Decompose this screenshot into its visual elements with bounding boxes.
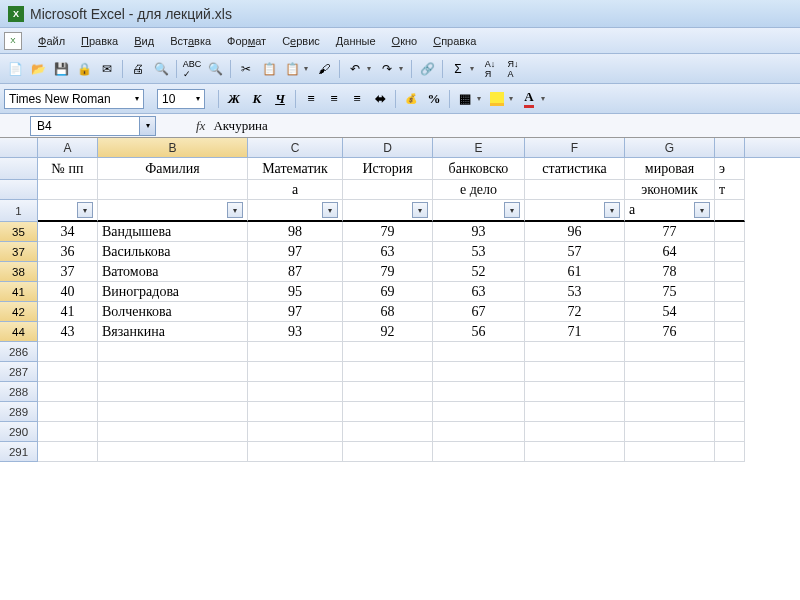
menu-edit[interactable]: Правка xyxy=(73,32,126,50)
header-cell[interactable]: экономик xyxy=(625,180,715,200)
percent-button[interactable]: % xyxy=(423,88,445,110)
row-header[interactable]: 41 xyxy=(0,282,38,302)
fx-label[interactable]: fx xyxy=(196,118,205,134)
data-cell[interactable]: 92 xyxy=(343,322,433,342)
empty-cell[interactable] xyxy=(98,382,248,402)
autosum-button[interactable]: Σ xyxy=(447,58,469,80)
filter-dropdown-icon[interactable]: ▾ xyxy=(504,202,520,218)
menu-view[interactable]: Вид xyxy=(126,32,162,50)
header-cell[interactable]: статистика xyxy=(525,158,625,180)
menu-window[interactable]: Окно xyxy=(384,32,426,50)
header-cell[interactable] xyxy=(38,180,98,200)
open-button[interactable]: 📂 xyxy=(27,58,49,80)
row-header[interactable]: 38 xyxy=(0,262,38,282)
data-cell[interactable]: 63 xyxy=(433,282,525,302)
data-cell[interactable]: 67 xyxy=(433,302,525,322)
row-header[interactable]: 42 xyxy=(0,302,38,322)
permissions-button[interactable]: 🔒 xyxy=(73,58,95,80)
empty-cell[interactable] xyxy=(343,342,433,362)
empty-cell[interactable] xyxy=(433,382,525,402)
data-cell[interactable]: 56 xyxy=(433,322,525,342)
header-cell[interactable]: е дело xyxy=(433,180,525,200)
empty-cell[interactable] xyxy=(98,342,248,362)
filter-cell[interactable]: ▾ xyxy=(98,200,248,222)
col-header-e[interactable]: E xyxy=(433,138,525,157)
new-button[interactable]: 📄 xyxy=(4,58,26,80)
col-header-d[interactable]: D xyxy=(343,138,433,157)
save-button[interactable]: 💾 xyxy=(50,58,72,80)
data-cell[interactable]: 79 xyxy=(343,222,433,242)
empty-cell[interactable] xyxy=(98,442,248,462)
empty-cell[interactable] xyxy=(525,382,625,402)
paste-button[interactable]: 📋 xyxy=(281,58,303,80)
data-cell[interactable]: 78 xyxy=(625,262,715,282)
header-cell[interactable]: № пп xyxy=(38,158,98,180)
name-box-dropdown[interactable]: ▾ xyxy=(140,116,156,136)
empty-cell[interactable] xyxy=(343,442,433,462)
header-cell[interactable] xyxy=(343,180,433,200)
data-cell[interactable]: 75 xyxy=(625,282,715,302)
empty-cell[interactable] xyxy=(98,402,248,422)
row-header[interactable]: 290 xyxy=(0,422,38,442)
data-cell[interactable]: 77 xyxy=(625,222,715,242)
filter-cell[interactable]: а▾ xyxy=(625,200,715,222)
spellcheck-button[interactable]: ABC✓ xyxy=(181,58,203,80)
empty-cell[interactable] xyxy=(38,422,98,442)
data-cell[interactable] xyxy=(715,322,745,342)
data-cell[interactable]: Вязанкина xyxy=(98,322,248,342)
filter-dropdown-icon[interactable]: ▾ xyxy=(412,202,428,218)
empty-cell[interactable] xyxy=(248,442,343,462)
filter-dropdown-icon[interactable]: ▾ xyxy=(694,202,710,218)
data-cell[interactable] xyxy=(715,262,745,282)
empty-cell[interactable] xyxy=(248,342,343,362)
empty-cell[interactable] xyxy=(248,422,343,442)
redo-dropdown[interactable]: ▾ xyxy=(399,64,407,73)
empty-cell[interactable] xyxy=(525,362,625,382)
empty-cell[interactable] xyxy=(625,362,715,382)
filter-dropdown-icon[interactable]: ▾ xyxy=(77,202,93,218)
empty-cell[interactable] xyxy=(525,422,625,442)
filter-cell[interactable]: ▾ xyxy=(433,200,525,222)
data-cell[interactable]: 76 xyxy=(625,322,715,342)
data-cell[interactable]: 79 xyxy=(343,262,433,282)
col-header-a[interactable]: A xyxy=(38,138,98,157)
data-cell[interactable]: Виноградова xyxy=(98,282,248,302)
empty-cell[interactable] xyxy=(343,382,433,402)
data-cell[interactable] xyxy=(715,242,745,262)
data-cell[interactable]: 72 xyxy=(525,302,625,322)
data-cell[interactable]: 63 xyxy=(343,242,433,262)
data-cell[interactable]: 97 xyxy=(248,302,343,322)
data-cell[interactable]: 53 xyxy=(433,242,525,262)
row-header[interactable]: 287 xyxy=(0,362,38,382)
empty-cell[interactable] xyxy=(525,402,625,422)
row-header[interactable]: 291 xyxy=(0,442,38,462)
empty-cell[interactable] xyxy=(715,422,745,442)
sort-desc-button[interactable]: Я↓А xyxy=(502,58,524,80)
data-cell[interactable]: 40 xyxy=(38,282,98,302)
row-header[interactable]: 44 xyxy=(0,322,38,342)
redo-button[interactable]: ↷ xyxy=(376,58,398,80)
filter-dropdown-icon[interactable]: ▾ xyxy=(322,202,338,218)
menu-tools[interactable]: Сервис xyxy=(274,32,328,50)
menu-format[interactable]: Формат xyxy=(219,32,274,50)
empty-cell[interactable] xyxy=(343,362,433,382)
data-cell[interactable]: Ватомова xyxy=(98,262,248,282)
empty-cell[interactable] xyxy=(715,442,745,462)
header-cell[interactable]: История xyxy=(343,158,433,180)
document-control-icon[interactable]: X xyxy=(4,32,22,50)
cut-button[interactable]: ✂ xyxy=(235,58,257,80)
empty-cell[interactable] xyxy=(625,402,715,422)
paste-dropdown[interactable]: ▾ xyxy=(304,64,312,73)
data-cell[interactable]: 57 xyxy=(525,242,625,262)
row-header[interactable]: 1 xyxy=(0,200,38,222)
data-cell[interactable]: 68 xyxy=(343,302,433,322)
row-header[interactable]: 288 xyxy=(0,382,38,402)
data-cell[interactable]: 93 xyxy=(248,322,343,342)
data-cell[interactable]: 53 xyxy=(525,282,625,302)
print-button[interactable]: 🖨 xyxy=(127,58,149,80)
empty-cell[interactable] xyxy=(625,342,715,362)
data-cell[interactable]: 41 xyxy=(38,302,98,322)
data-cell[interactable]: Волченкова xyxy=(98,302,248,322)
data-cell[interactable]: 54 xyxy=(625,302,715,322)
row-header[interactable]: 286 xyxy=(0,342,38,362)
